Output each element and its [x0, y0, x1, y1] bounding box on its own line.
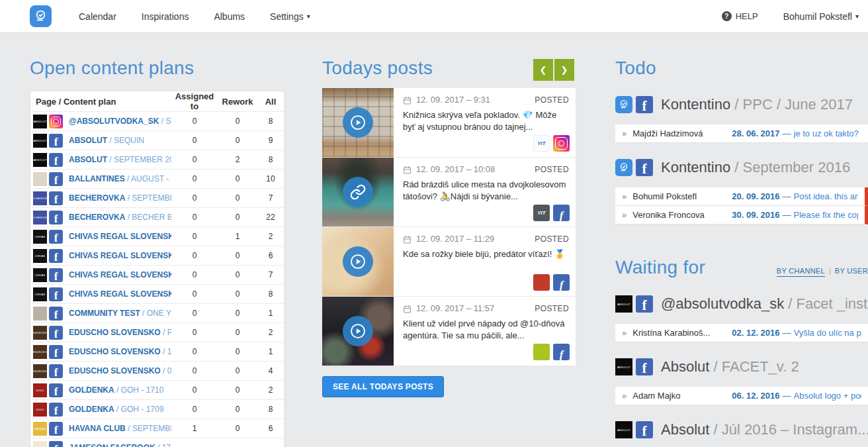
facebook-icon: [49, 441, 63, 447]
play-icon[interactable]: [343, 316, 373, 346]
nav-item-albums[interactable]: Albums: [201, 11, 257, 22]
content-plan-row[interactable]: ABSOLUTABSOLUT / SEPTEMBER 2017028: [30, 150, 284, 169]
content-plan-row[interactable]: CHIVASCHIVAS REGAL SLOVENSKO / ...007: [30, 265, 284, 284]
help-button[interactable]: ? HELP: [722, 11, 758, 21]
content-plan-row[interactable]: EDUSCHOEDUSCHO SLOVENSKO / PAG...002: [30, 323, 284, 342]
nav-item-settings[interactable]: Settings▾: [257, 11, 323, 22]
task-row[interactable]: »Majdži Hadzimová28. 06. 2017—je to uz o…: [615, 124, 868, 143]
task-user: Kristína Karabinoš...: [632, 328, 732, 338]
double-arrow-icon: »: [622, 191, 627, 201]
filter-by-channel[interactable]: BY CHANNEL: [777, 267, 825, 277]
filter-separator: |: [829, 267, 831, 275]
page-avatar: ABSOLUT: [33, 115, 47, 128]
chevron-left-icon: ❮: [540, 65, 547, 75]
plan-group-title[interactable]: Kontentino / PPC / June 2017: [661, 96, 853, 113]
content-plan-name: JAMESON FACEBOOK / 17-18: [69, 443, 171, 447]
content-plan-row[interactable]: EDUSCHOEDUSCHO SLOVENSKO / 10-17001: [30, 342, 284, 361]
facebook-icon: [49, 211, 63, 224]
content-plan-name: @ABSOLUTVODKA_SK / SEPT...: [69, 117, 171, 126]
content-plan-row[interactable]: CHIVASCHIVAS REGAL SLOVENSKO / ...012: [30, 226, 284, 246]
post-card[interactable]: 12. 09. 2017 – 11:29POSTEDKde sa rožky b…: [322, 227, 576, 297]
all-count: 8: [257, 155, 284, 164]
plan-group-title[interactable]: Absolut / Júl 2016 – Instagram...: [661, 421, 868, 438]
page-avatar: ABSOLUT: [33, 153, 47, 167]
task-user: Adam Majko: [632, 391, 732, 401]
all-count: 8: [257, 117, 284, 126]
kontentino-logo[interactable]: [30, 5, 52, 27]
assigned-count: 0: [171, 155, 218, 164]
content-plan-row[interactable]: CHIVASCHIVAS REGAL SLOVENSKO / ...006: [30, 246, 284, 265]
plan-group: ABSOLUT@absolutvodka_sk / Facet _instagr…: [615, 295, 868, 342]
content-plan-row[interactable]: COMMUNITY TEST / ONE YE...001: [30, 303, 284, 323]
post-card[interactable]: 12. 09. 2017 – 9:31POSTEDKnižnica skrýva…: [322, 88, 576, 158]
rework-count: 0: [218, 424, 257, 433]
task-row[interactable]: »Adam Majko06. 12. 2016—Absolut logo + p…: [615, 387, 868, 405]
plan-group-title[interactable]: @absolutvodka_sk / Facet _instagram: [661, 295, 868, 313]
filter-by-user[interactable]: BY USER: [835, 267, 868, 275]
post-status-badge: POSTED: [535, 165, 569, 174]
see-all-todays-posts-button[interactable]: SEE ALL TODAYS POSTS: [322, 376, 444, 397]
content-plan-row[interactable]: BALLANTINES / AUGUST - SE...0010: [30, 169, 284, 188]
assigned-count: 0: [171, 309, 218, 318]
rework-count: 0: [218, 193, 257, 203]
all-count: 8: [257, 289, 284, 299]
rework-count: 0: [218, 366, 257, 375]
page-avatar: EDUSCHO: [33, 326, 47, 340]
next-day-button[interactable]: ❯: [554, 59, 574, 81]
previous-day-button[interactable]: ❮: [533, 59, 553, 81]
assigned-count: 0: [171, 117, 218, 126]
task-row[interactable]: »Veronika Froncova30. 09. 2016—Please fi…: [615, 206, 868, 224]
all-count: 7: [257, 270, 284, 279]
todo-title: Todo: [615, 56, 868, 80]
double-arrow-icon: »: [622, 128, 627, 138]
task-row[interactable]: »Kristína Karabinoš...02. 12. 2016—Vyšla…: [615, 324, 868, 342]
content-plan-row[interactable]: ABSOLUTABSOLUT / SEQUIN009: [30, 130, 284, 150]
page-avatar: CHIVAS: [33, 230, 47, 244]
nav-item-calendar[interactable]: Calendar: [66, 11, 129, 22]
assigned-count: 0: [171, 136, 218, 145]
content-plan-row[interactable]: GOLDGOLDENKA / GOH - 1710002: [30, 380, 284, 399]
page-avatar: HAVANA: [33, 422, 47, 436]
column-header-all: All: [257, 97, 284, 107]
content-plan-row[interactable]: GOLDGOLDENKA / GOH - 1709008: [30, 399, 284, 419]
nav-item-inspirations[interactable]: Inspirations: [129, 11, 202, 22]
content-plan-row[interactable]: BECHEROVKABECHEROVKA / SEPTEMBER ...007: [30, 188, 284, 207]
facebook-icon: [49, 307, 63, 321]
content-plan-row[interactable]: BECHEROVKABECHEROVKA / BECHER BET...0022: [30, 207, 284, 226]
content-plan-row[interactable]: ABSOLUT@ABSOLUTVODKA_SK / SEPT...008: [30, 111, 284, 130]
instagram-icon: [553, 135, 570, 152]
content-plan-name: CHIVAS REGAL SLOVENSKO / ...: [69, 270, 171, 279]
rework-count: 0: [218, 405, 257, 414]
assigned-count: 0: [171, 366, 218, 375]
post-datetime: 12. 09. 2017 – 9:31: [416, 95, 490, 105]
facebook-icon: [49, 287, 63, 301]
assigned-count: 0: [171, 347, 218, 356]
facebook-icon: [49, 364, 63, 378]
facebook-icon: [49, 249, 63, 263]
absolut-page-avatar: ABSOLUT: [615, 421, 632, 438]
post-card[interactable]: 12. 09. 2017 – 11:57POSTEDKlient už vide…: [322, 297, 576, 366]
content-plans-table: Page / Content plan Assigned to Rework A…: [30, 91, 284, 447]
content-plan-row[interactable]: EDUSCHOEDUSCHO SLOVENSKO / 09-17004: [30, 361, 284, 380]
post-thumbnail: [322, 158, 394, 226]
column-header-page: Page / Content plan: [36, 97, 171, 107]
content-plan-name: GOLDENKA / GOH - 1710: [69, 385, 171, 395]
task-date: 02. 12. 2016: [732, 328, 779, 338]
rework-count: 0: [218, 385, 257, 395]
play-icon[interactable]: [343, 246, 373, 277]
content-plan-row[interactable]: HAVANAHAVANA CLUB / SEPTEMBER ...106: [30, 419, 284, 438]
page-logo: [533, 274, 550, 291]
post-status-badge: POSTED: [535, 304, 569, 313]
post-card[interactable]: 12. 09. 2017 – 10:08POSTEDRád brázdiš ul…: [322, 158, 576, 227]
play-icon[interactable]: [343, 107, 373, 138]
user-menu[interactable]: Bohumil Pokstefl ▾: [783, 11, 859, 22]
plan-group-title[interactable]: Kontentino / September 2016: [661, 159, 850, 176]
content-plan-row[interactable]: CHIVASCHIVAS REGAL SLOVENSKO / ...008: [30, 284, 284, 303]
link-icon[interactable]: [343, 177, 373, 207]
task-row[interactable]: »Bohumil Pokstefl20. 09. 2016—Post idea.…: [615, 187, 868, 206]
rework-count: 0: [218, 117, 257, 126]
assigned-count: 0: [171, 328, 218, 337]
content-plan-row[interactable]: JAMESONJAMESON FACEBOOK / 17-18: [30, 438, 284, 447]
facebook-icon: [553, 344, 570, 360]
plan-group-title[interactable]: Absolut / FACET_v. 2: [661, 358, 799, 375]
